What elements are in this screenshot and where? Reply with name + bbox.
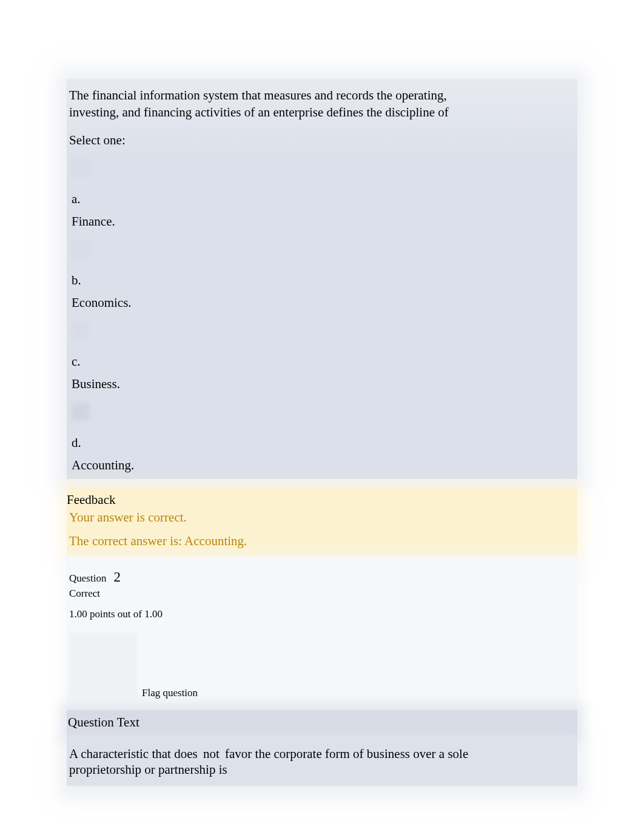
option-a: a. Finance. — [67, 159, 577, 229]
question-points: 1.00 points out of 1.00 — [69, 600, 575, 620]
option-b-text: Economics. — [69, 288, 575, 310]
option-b: b. Economics. — [67, 240, 577, 310]
option-d: d. Accounting. — [67, 403, 577, 473]
question-word: Question — [69, 572, 106, 585]
flag-icon[interactable] — [69, 632, 137, 700]
radio-icon[interactable] — [72, 321, 90, 340]
feedback-correct-line: Your answer is correct. — [67, 509, 577, 525]
question-2-header: Question 2 Correct 1.00 points out of 1.… — [67, 560, 577, 710]
option-d-label: d. — [69, 421, 575, 451]
feedback-heading: Feedback — [67, 492, 577, 509]
radio-icon[interactable] — [72, 403, 90, 421]
option-a-label: a. — [69, 177, 575, 207]
option-d-text: Accounting. — [69, 451, 575, 473]
radio-icon[interactable] — [72, 159, 90, 177]
question-1-text-line-2: investing, and financing activities of a… — [67, 104, 577, 120]
question-2-body: A characteristic that does not favor the… — [67, 735, 577, 786]
feedback-answer-line: The correct answer is: Accounting. — [67, 525, 577, 549]
flag-row: Flag question — [69, 620, 575, 704]
question-text-heading: Question Text — [67, 710, 577, 735]
feedback-block: Feedback Your answer is correct. The cor… — [67, 488, 577, 556]
q2-body-not: not — [201, 746, 222, 761]
option-a-text: Finance. — [69, 207, 575, 229]
question-1-text-line-1: The financial information system that me… — [67, 87, 577, 103]
question-number: 2 — [113, 569, 121, 585]
option-c-label: c. — [69, 340, 575, 369]
q2-body-part2: favor the corporate form of business ove… — [225, 746, 468, 761]
select-one-label: Select one: — [67, 122, 577, 148]
option-b-label: b. — [69, 258, 575, 288]
q2-body-part3: proprietorship or partnership is — [69, 762, 227, 777]
option-c-text: Business. — [69, 369, 575, 392]
flag-question-link[interactable]: Flag question — [142, 687, 198, 700]
question-1-body: The financial information system that me… — [67, 79, 577, 479]
question-status: Correct — [69, 585, 575, 600]
option-c: c. Business. — [67, 321, 577, 392]
q2-body-part1: A characteristic that does — [69, 746, 198, 761]
radio-icon[interactable] — [72, 240, 90, 258]
